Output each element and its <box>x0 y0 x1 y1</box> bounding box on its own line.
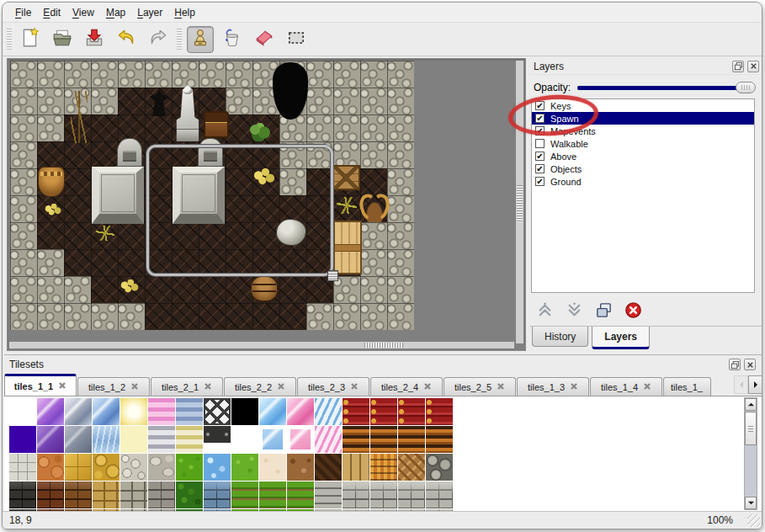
palette-tile-crysPurple[interactable] <box>37 398 64 425</box>
palette-tile-rockYellow[interactable] <box>93 454 120 481</box>
select-tool-button[interactable] <box>283 26 310 53</box>
palette-tile-brickLight[interactable] <box>426 481 453 508</box>
map-horizontal-scrollbar-thumb[interactable] <box>364 343 403 348</box>
tileset-tab-tiles_1_2[interactable]: tiles_1_2 <box>77 377 150 396</box>
tileset-tab-tiles_2_5[interactable]: tiles_2_5 <box>444 377 516 396</box>
palette-tile-wallRed[interactable] <box>343 398 369 425</box>
palette-tile-pebble[interactable] <box>120 454 147 481</box>
palette-tile-crysPink[interactable] <box>287 398 314 425</box>
palette-tile-wallBrown[interactable] <box>343 426 369 453</box>
tileset-tab-tiles_2_1[interactable]: tiles_2_1 <box>151 377 223 396</box>
layer-visibility-checkbox[interactable]: ✔ <box>535 114 545 123</box>
palette-tile-crysSky[interactable] <box>259 398 286 425</box>
raise-layer-button[interactable] <box>534 301 555 322</box>
tab-close-icon[interactable] <box>204 382 212 392</box>
palette-tile-stoneRound[interactable] <box>426 454 453 481</box>
palette-tile-wallRed[interactable] <box>370 398 397 425</box>
palette-tile-grass2[interactable] <box>231 454 258 481</box>
palette-tile-crysPurpleD[interactable] <box>37 426 64 453</box>
selection-resize-handle[interactable] <box>327 270 338 281</box>
palette-tile-stoneOrange[interactable] <box>37 454 64 481</box>
palette-tile-weave[interactable] <box>370 454 397 481</box>
palette-tile-water[interactable] <box>204 454 231 481</box>
palette-tile-glowYellow[interactable] <box>120 398 147 425</box>
layer-visibility-checkbox[interactable] <box>535 139 545 148</box>
save-map-button[interactable] <box>81 26 108 53</box>
palette-tile-brickGray[interactable] <box>148 481 175 508</box>
layer-visibility-checkbox[interactable]: ✔ <box>535 177 545 186</box>
palette-scrollbar-thumb[interactable] <box>745 412 757 445</box>
map-horizontal-scrollbar[interactable] <box>9 342 514 348</box>
tab-close-icon[interactable] <box>643 382 651 392</box>
palette-tile-brickLight[interactable] <box>370 481 397 508</box>
delete-layer-button[interactable] <box>622 301 644 322</box>
palette-tile-pathStone[interactable] <box>9 454 36 481</box>
palette-tile-panelDark[interactable] <box>204 426 231 453</box>
tileset-tab-tiles_2_2[interactable]: tiles_2_2 <box>224 377 296 396</box>
palette-tile-stripeBlue[interactable] <box>176 398 203 425</box>
palette-tile-lattice[interactable] <box>204 398 231 425</box>
palette-tile-white[interactable] <box>9 398 36 425</box>
resize-grip[interactable] <box>747 514 760 527</box>
layer-row-keys[interactable]: ✔Keys <box>532 99 754 112</box>
palette-tile-stoneGray[interactable] <box>148 454 175 481</box>
palette-tile-zigPink[interactable] <box>315 426 342 453</box>
fill-tool-button[interactable] <box>219 26 246 53</box>
menu-item-edit[interactable]: Edit <box>37 4 66 21</box>
palette-tile-waterPale[interactable] <box>93 426 120 453</box>
palette-tile-grass[interactable] <box>176 454 203 481</box>
menu-item-file[interactable]: File <box>9 4 37 21</box>
palette-tile-wallBrown[interactable] <box>398 426 425 453</box>
tab-scroll-left-button[interactable] <box>734 375 748 394</box>
tab-close-icon[interactable] <box>350 382 359 392</box>
layer-row-walkable[interactable]: Walkable <box>532 137 754 150</box>
layer-visibility-checkbox[interactable]: ✔ <box>535 126 545 136</box>
menu-item-view[interactable]: View <box>66 4 100 21</box>
palette-tile-wallRed[interactable] <box>426 398 453 425</box>
palette-tile-crysGray[interactable] <box>65 398 92 425</box>
palette-tile-wallStone[interactable] <box>120 481 147 508</box>
palette-tile-crysGrayD[interactable] <box>65 426 92 453</box>
close-panel-button[interactable] <box>747 61 759 72</box>
opacity-slider[interactable] <box>577 86 754 90</box>
layer-row-ground[interactable]: ✔Ground <box>532 175 754 188</box>
palette-tile-crysSkyS[interactable] <box>259 426 286 453</box>
tileset-tab-tiles_1_4[interactable]: tiles_1_4 <box>590 377 662 396</box>
duplicate-layer-button[interactable] <box>592 301 614 322</box>
dock-tab-history[interactable]: History <box>532 327 588 347</box>
palette-tile-black[interactable] <box>231 398 258 425</box>
undo-button[interactable] <box>113 26 140 53</box>
map-vertical-scrollbar-thumb[interactable] <box>517 185 523 222</box>
opacity-slider-handle[interactable] <box>736 82 756 93</box>
layer-row-spawn[interactable]: ✔Spawn <box>532 112 754 125</box>
layer-row-objects[interactable]: ✔Objects <box>532 162 754 175</box>
palette-tile-purpleSolid[interactable] <box>9 426 36 453</box>
eraser-tool-button[interactable] <box>251 26 278 53</box>
palette-tile-brickDark[interactable] <box>9 481 36 508</box>
palette-tile-wallTan[interactable] <box>93 481 120 508</box>
layer-visibility-checkbox[interactable]: ✔ <box>535 101 545 110</box>
palette-tile-plankGray[interactable] <box>315 481 342 508</box>
close-tilesets-button[interactable] <box>744 359 756 370</box>
tab-scroll-right-button[interactable] <box>748 375 762 394</box>
menu-item-map[interactable]: Map <box>100 4 131 21</box>
palette-tile-grassRow[interactable] <box>231 481 258 508</box>
tileset-tab-tiles_1_3[interactable]: tiles_1_3 <box>517 377 589 396</box>
tab-close-icon[interactable] <box>130 382 139 392</box>
lower-layer-button[interactable] <box>563 301 585 322</box>
map-area[interactable] <box>10 61 414 330</box>
selection-rectangle[interactable] <box>146 145 333 276</box>
layer-row-mapevents[interactable]: ✔Mapevents <box>532 125 754 137</box>
tab-close-icon[interactable] <box>423 382 432 392</box>
toolbar-handle[interactable] <box>7 29 12 51</box>
tileset-tab-tiles_1_1[interactable]: tiles_1_1 <box>4 374 77 396</box>
palette-tile-sand[interactable] <box>259 454 286 481</box>
palette-scroll-down-button[interactable] <box>745 497 757 509</box>
tab-close-icon[interactable] <box>277 382 285 392</box>
palette-tile-brickBlue[interactable] <box>204 481 231 508</box>
palette-tile-stripePink[interactable] <box>148 398 175 425</box>
map-vertical-scrollbar[interactable] <box>516 61 523 343</box>
palette-tile-crysPinkS[interactable] <box>287 426 314 453</box>
tab-close-icon[interactable] <box>497 382 505 392</box>
palette-scrollbar[interactable] <box>744 397 757 510</box>
